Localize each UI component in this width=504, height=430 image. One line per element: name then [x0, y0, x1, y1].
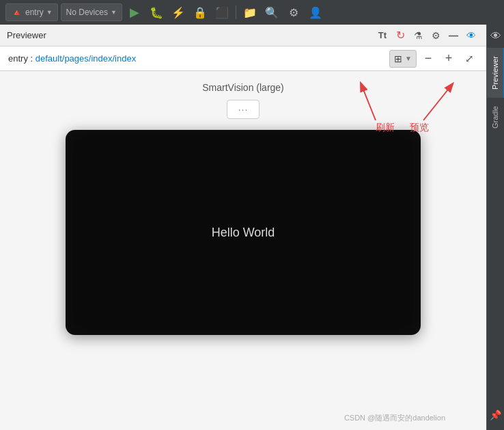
device-label: SmartVision (large) — [202, 82, 284, 93]
run-button[interactable]: ▶ — [125, 3, 144, 21]
devices-dropdown-arrow: ▼ — [111, 9, 117, 16]
devices-label: No Devices — [66, 8, 108, 17]
stop-icon: ⬛ — [215, 6, 229, 19]
folder-icon: 📁 — [243, 6, 257, 19]
filter-icon: ⚗ — [414, 30, 423, 41]
entry-dropdown-arrow: ▼ — [46, 9, 53, 16]
header-icons: Tt ↻ ⚗ ⚙ — 👁 — [374, 27, 479, 44]
sidebar-pin-icon[interactable]: 📌 — [490, 405, 501, 425]
breadcrumb-prefix: entry : — [8, 53, 36, 64]
devices-dropdown[interactable]: No Devices ▼ — [61, 3, 122, 21]
grid-icon: ⊞ — [394, 53, 402, 64]
svg-line-1 — [362, 86, 376, 120]
sidebar-tab-previewer[interactable]: Previewer — [487, 48, 505, 98]
zoom-out-icon: − — [425, 51, 432, 66]
font-size-button[interactable]: Tt — [374, 27, 391, 44]
hello-world-text: Hello World — [212, 226, 275, 240]
previewer-body: SmartVision (large) ··· Hello World — [0, 71, 486, 430]
watermark: CSDN @随遇而安的dandelion — [344, 413, 445, 423]
main-content: Previewer Tt ↻ ⚗ ⚙ — [0, 25, 486, 430]
previewer-panel: Previewer Tt ↻ ⚗ ⚙ — [0, 25, 504, 430]
zoom-out-button[interactable]: − — [419, 50, 437, 68]
eye-button[interactable]: 👁 — [463, 27, 479, 44]
svg-line-4 — [423, 86, 451, 120]
debug-icon: 🐛 — [150, 6, 163, 19]
panel-settings-button[interactable]: ⚙ — [428, 27, 444, 44]
breadcrumb: entry : default/pages/index/index — [8, 53, 136, 64]
minimize-button[interactable]: — — [445, 27, 462, 44]
device-options-button[interactable]: ··· — [227, 100, 260, 119]
refresh-button[interactable]: ↻ — [392, 27, 408, 44]
settings-button[interactable]: ⚙ — [284, 3, 303, 21]
fit-screen-button[interactable]: ⤢ — [460, 50, 478, 68]
refresh-icon: ↻ — [396, 29, 405, 42]
breadcrumb-controls: ⊞ ▼ − + ⤢ — [389, 50, 478, 68]
settings-icon: ⚙ — [289, 6, 298, 19]
sidebar-eye-icon[interactable]: 👁 — [490, 25, 501, 48]
profile-button[interactable]: ⚡ — [169, 3, 188, 21]
sidebar-gradle-label: Gradle — [491, 106, 499, 129]
preview-annotation-svg: 预览 — [410, 72, 486, 134]
debug-button[interactable]: 🐛 — [147, 3, 166, 21]
toolbar-sep-1 — [236, 5, 236, 19]
user-icon: 👤 — [309, 6, 322, 19]
eye-icon: 👁 — [466, 30, 476, 41]
profile-icon: ⚡ — [171, 6, 185, 19]
previewer-header: Previewer Tt ↻ ⚗ ⚙ — [0, 25, 486, 46]
fit-screen-icon: ⤢ — [465, 53, 474, 65]
tv-device-preview: Hello World — [66, 130, 421, 335]
user-button[interactable]: 👤 — [306, 3, 325, 21]
lock-button[interactable]: 🔒 — [191, 3, 210, 21]
zoom-in-button[interactable]: + — [440, 50, 458, 68]
previewer-title: Previewer — [7, 30, 46, 40]
search-icon: 🔍 — [265, 6, 279, 19]
right-sidebar: 👁 Previewer Gradle 📌 — [486, 25, 504, 430]
sidebar-tab-gradle[interactable]: Gradle — [487, 98, 505, 137]
panel-settings-icon: ⚙ — [432, 30, 440, 41]
refresh-annotation-svg: 刷新 — [335, 72, 417, 134]
stop-button[interactable]: ⬛ — [212, 3, 232, 21]
options-dots: ··· — [238, 104, 249, 115]
entry-dropdown[interactable]: 🔺 entry ▼ — [5, 3, 58, 21]
minimize-icon: — — [449, 30, 458, 41]
sidebar-previewer-label: Previewer — [491, 56, 499, 90]
zoom-in-icon: + — [445, 51, 453, 66]
entry-label: entry — [25, 8, 44, 17]
filter-button[interactable]: ⚗ — [410, 27, 426, 44]
entry-icon: 🔺 — [11, 7, 23, 18]
breadcrumb-path: default/pages/index/index — [36, 53, 136, 64]
view-toggle[interactable]: ⊞ ▼ — [389, 50, 417, 68]
breadcrumb-bar: entry : default/pages/index/index ⊞ ▼ − … — [0, 46, 486, 71]
top-toolbar: 🔺 entry ▼ No Devices ▼ ▶ 🐛 ⚡ 🔒 ⬛ 📁 🔍 ⚙ 👤 — [0, 0, 504, 25]
folder-button[interactable]: 📁 — [240, 3, 260, 21]
run-icon: ▶ — [130, 5, 139, 20]
lock-icon: 🔒 — [193, 6, 207, 19]
font-icon: Tt — [378, 30, 387, 40]
search-button[interactable]: 🔍 — [262, 3, 281, 21]
view-dropdown-arrow: ▼ — [405, 55, 412, 62]
